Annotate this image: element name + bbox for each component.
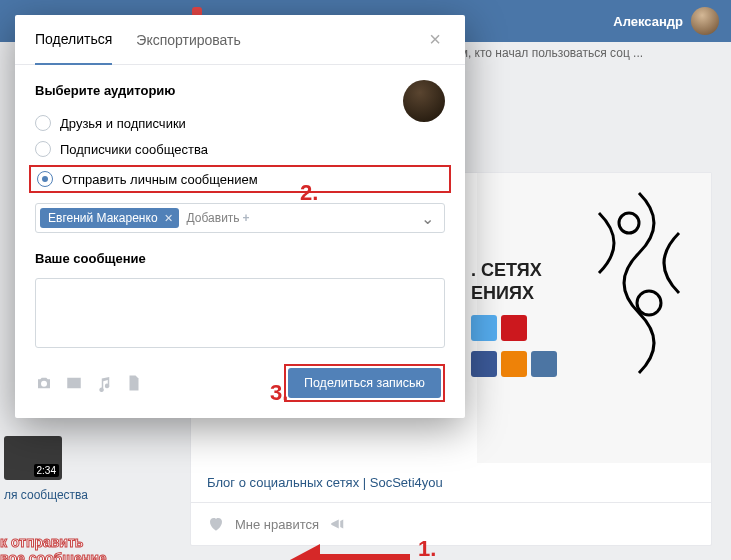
social-icons-row — [471, 315, 557, 341]
tab-share[interactable]: Поделиться — [35, 15, 112, 65]
radio-dm[interactable]: Отправить личным сообщением — [37, 169, 443, 189]
modal-body: Выберите аудиторию Друзья и подписчики П… — [15, 65, 465, 418]
video-icon[interactable] — [65, 374, 83, 392]
add-label: Добавить — [187, 211, 240, 225]
card-actions: Мне нравится — [191, 503, 711, 545]
svg-point-1 — [637, 291, 661, 315]
recipient-chip[interactable]: Евгений Макаренко ✕ — [40, 208, 179, 228]
video-thumb[interactable]: 2:34 — [4, 436, 62, 480]
outline-text-2: вое сообщение — [0, 550, 160, 560]
youtube-icon — [501, 315, 527, 341]
facebook-icon — [471, 351, 497, 377]
sidebar-area: 2:34 ля сообщества к отправить вое сообщ… — [0, 432, 160, 560]
radio-icon — [35, 141, 51, 157]
plus-icon: + — [243, 211, 250, 225]
message-textarea[interactable] — [35, 278, 445, 348]
author-avatar[interactable] — [403, 80, 445, 122]
sidebar-link[interactable]: ля сообщества — [0, 484, 160, 506]
red-arrow-icon — [290, 542, 410, 560]
video-duration: 2:34 — [34, 464, 59, 477]
message-label: Ваше сообщение — [35, 251, 445, 266]
outline-text-1: к отправить — [0, 534, 160, 550]
tab-export[interactable]: Экспортировать — [136, 16, 240, 64]
chip-remove-icon[interactable]: ✕ — [164, 212, 173, 225]
recipients-input[interactable]: Евгений Макаренко ✕ Добавить + ⌄ — [35, 203, 445, 233]
svg-point-0 — [619, 213, 639, 233]
share-modal: Поделиться Экспортировать × Выберите ауд… — [15, 15, 465, 418]
radio-friends[interactable]: Друзья и подписчики — [35, 110, 403, 136]
chevron-down-icon[interactable]: ⌄ — [421, 209, 440, 228]
document-icon[interactable] — [125, 374, 143, 392]
feed-text-snippet: ем, кто начал пользоваться соц ... — [445, 42, 721, 64]
header-avatar[interactable] — [691, 7, 719, 35]
annotation-1: 1. — [418, 536, 436, 560]
add-recipient[interactable]: Добавить + — [183, 208, 254, 228]
like-label[interactable]: Мне нравится — [235, 517, 319, 532]
ornament-decoration — [579, 183, 699, 403]
social-icons-row-2 — [471, 351, 557, 377]
radio-friends-label: Друзья и подписчики — [60, 116, 186, 131]
highlight-box-3: Поделиться записью — [284, 364, 445, 402]
attach-row: Поделиться записью — [35, 364, 445, 402]
highlight-box-2: Отправить личным сообщением — [29, 165, 451, 193]
card-headline-2: ЕНИЯХ — [471, 282, 557, 305]
twitter-icon — [471, 315, 497, 341]
recipient-chip-label: Евгений Макаренко — [48, 211, 158, 225]
audience-label: Выберите аудиторию — [35, 83, 445, 98]
modal-tabs: Поделиться Экспортировать × — [15, 15, 465, 65]
megaphone-icon[interactable] — [329, 515, 347, 533]
radio-dm-label: Отправить личным сообщением — [62, 172, 258, 187]
radio-icon — [35, 115, 51, 131]
radio-icon-selected — [37, 171, 53, 187]
heart-icon[interactable] — [207, 515, 225, 533]
close-icon[interactable]: × — [425, 24, 445, 55]
radio-community[interactable]: Подписчики сообщества — [35, 136, 445, 162]
ok-icon — [501, 351, 527, 377]
vk-icon — [531, 351, 557, 377]
annotation-2: 2. — [300, 180, 318, 206]
camera-icon[interactable] — [35, 374, 53, 392]
share-submit-button[interactable]: Поделиться записью — [288, 368, 441, 398]
annotation-3: 3. — [270, 380, 288, 406]
card-title[interactable]: Блог о социальных сетях | SocSeti4you — [191, 463, 711, 503]
music-icon[interactable] — [95, 374, 113, 392]
card-headline-1: . СЕТЯХ — [471, 259, 557, 282]
radio-community-label: Подписчики сообщества — [60, 142, 208, 157]
header-username[interactable]: Александр — [613, 14, 683, 29]
